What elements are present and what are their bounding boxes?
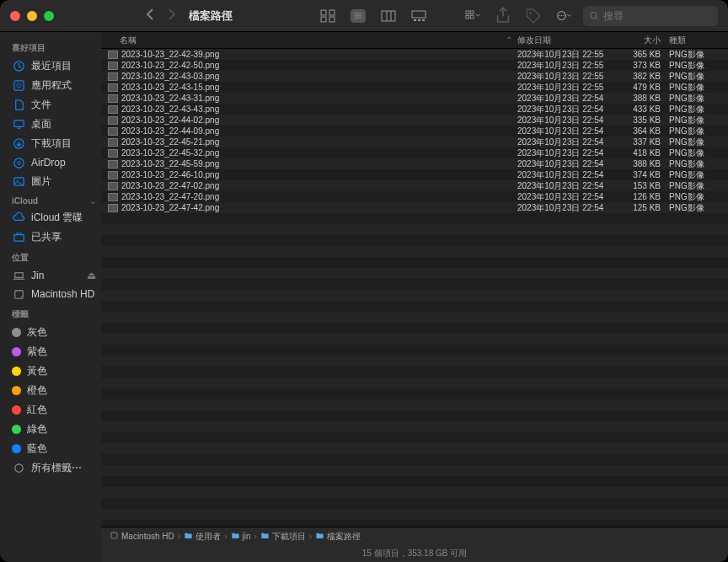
sidebar-item[interactable]: 黃色 bbox=[7, 361, 101, 381]
search-input[interactable] bbox=[603, 10, 711, 22]
minimize-button[interactable] bbox=[27, 11, 37, 21]
view-list-button[interactable] bbox=[351, 9, 366, 23]
file-list[interactable]: 2023-10-23_22-42-39.png2023年10月23日 22:55… bbox=[101, 49, 728, 527]
svg-point-18 bbox=[530, 12, 532, 13]
file-date: 2023年10月23日 22:55 bbox=[517, 60, 618, 72]
chevron-down-icon[interactable]: ⌄ bbox=[89, 196, 96, 206]
col-header-kind[interactable]: 種類 bbox=[669, 32, 728, 48]
sidebar-item[interactable]: 紫色 bbox=[7, 342, 101, 361]
file-row[interactable]: 2023-10-23_22-44-02.png2023年10月23日 22:54… bbox=[101, 115, 728, 126]
column-headers: 名稱⌃ 修改日期 大小 種類 bbox=[101, 32, 728, 49]
file-name: 2023-10-23_22-45-32.png bbox=[121, 148, 219, 158]
maximize-button[interactable] bbox=[44, 11, 54, 21]
empty-row bbox=[101, 290, 728, 301]
svg-rect-17 bbox=[470, 16, 474, 19]
sidebar-item[interactable]: Macintosh HD bbox=[7, 285, 101, 303]
sidebar-item[interactable]: 圖片 bbox=[7, 172, 101, 191]
path-segment[interactable]: jin bbox=[231, 531, 251, 542]
file-row[interactable]: 2023-10-23_22-47-20.png2023年10月23日 22:54… bbox=[101, 191, 728, 202]
file-size: 388 KB bbox=[618, 94, 669, 103]
folder-icon bbox=[231, 531, 240, 542]
sidebar-item[interactable]: 桌面 bbox=[7, 115, 101, 134]
file-kind: PNG影像 bbox=[669, 71, 728, 83]
nav-forward-button[interactable] bbox=[167, 8, 177, 24]
sidebar-item[interactable]: 已共享 bbox=[7, 227, 101, 247]
file-row[interactable]: 2023-10-23_22-45-59.png2023年10月23日 22:54… bbox=[101, 158, 728, 169]
svg-point-38 bbox=[14, 464, 22, 472]
sidebar-item[interactable]: 文件 bbox=[7, 95, 101, 115]
path-segment[interactable]: 下載項目 bbox=[260, 531, 306, 543]
file-icon bbox=[108, 171, 118, 179]
path-bar: Macintosh HD›使用者›jin›下載項目›檔案路徑 bbox=[101, 527, 728, 545]
file-row[interactable]: 2023-10-23_22-43-15.png2023年10月23日 22:55… bbox=[101, 82, 728, 93]
col-header-date[interactable]: 修改日期 bbox=[517, 32, 618, 48]
view-icons-button[interactable] bbox=[320, 9, 335, 23]
sidebar-item[interactable]: 最近項目 bbox=[7, 56, 101, 76]
empty-row bbox=[101, 235, 728, 246]
group-by-button[interactable] bbox=[465, 9, 480, 23]
view-columns-button[interactable] bbox=[381, 9, 396, 23]
nav-back-button[interactable] bbox=[145, 8, 155, 24]
file-row[interactable]: 2023-10-23_22-47-42.png2023年10月23日 22:54… bbox=[101, 202, 728, 213]
empty-row bbox=[101, 224, 728, 235]
close-button[interactable] bbox=[10, 11, 20, 21]
airdrop-icon bbox=[12, 156, 25, 169]
sidebar-item[interactable]: 所有標籤⋯ bbox=[7, 458, 101, 478]
sidebar-item[interactable]: Jin⏏ bbox=[7, 266, 101, 285]
svg-rect-12 bbox=[418, 19, 420, 21]
col-header-size[interactable]: 大小 bbox=[618, 32, 669, 48]
file-date: 2023年10月23日 22:55 bbox=[517, 49, 618, 61]
view-gallery-button[interactable] bbox=[411, 9, 426, 23]
file-row[interactable]: 2023-10-23_22-42-39.png2023年10月23日 22:55… bbox=[101, 49, 728, 60]
doc-icon bbox=[12, 99, 25, 112]
sidebar-item[interactable]: 應用程式 bbox=[7, 76, 101, 95]
file-row[interactable]: 2023-10-23_22-47-02.png2023年10月23日 22:54… bbox=[101, 180, 728, 191]
file-row[interactable]: 2023-10-23_22-43-43.png2023年10月23日 22:54… bbox=[101, 104, 728, 115]
sidebar-item[interactable]: 橙色 bbox=[7, 381, 101, 400]
sidebar-item[interactable]: 綠色 bbox=[7, 420, 101, 439]
hdd-icon bbox=[12, 287, 25, 301]
file-kind: PNG影像 bbox=[669, 202, 728, 214]
file-row[interactable]: 2023-10-23_22-46-10.png2023年10月23日 22:54… bbox=[101, 169, 728, 180]
sidebar-item[interactable]: 紅色 bbox=[7, 400, 101, 420]
cloud-icon bbox=[12, 211, 25, 225]
finder-window: 檔案路徑 喜好項目最近項目應用程式文件桌面下載項目AirDrop圖片iCloud… bbox=[0, 0, 728, 562]
file-row[interactable]: 2023-10-23_22-43-03.png2023年10月23日 22:55… bbox=[101, 71, 728, 82]
empty-row bbox=[101, 334, 728, 345]
file-row[interactable]: 2023-10-23_22-44-09.png2023年10月23日 22:54… bbox=[101, 126, 728, 136]
path-segment[interactable]: 檔案路徑 bbox=[315, 531, 361, 543]
path-segment[interactable]: 使用者 bbox=[184, 531, 221, 543]
sidebar-item[interactable]: AirDrop bbox=[7, 153, 101, 172]
file-row[interactable]: 2023-10-23_22-42-50.png2023年10月23日 22:55… bbox=[101, 60, 728, 71]
path-segment[interactable]: Macintosh HD bbox=[110, 531, 174, 542]
action-button[interactable] bbox=[556, 9, 571, 23]
col-header-name[interactable]: 名稱⌃ bbox=[101, 32, 517, 48]
file-date: 2023年10月23日 22:54 bbox=[517, 126, 618, 137]
sidebar-item[interactable]: 藍色 bbox=[7, 439, 101, 458]
file-size: 365 KB bbox=[618, 50, 669, 59]
file-icon bbox=[108, 193, 118, 201]
sidebar-item-label: 下載項目 bbox=[31, 136, 72, 151]
share-button[interactable] bbox=[495, 9, 511, 23]
tag-dot-icon bbox=[12, 405, 21, 415]
tag-dot-icon bbox=[12, 425, 21, 434]
file-size: 373 KB bbox=[618, 61, 669, 70]
file-icon bbox=[108, 138, 118, 147]
search-field[interactable] bbox=[583, 6, 718, 26]
eject-icon[interactable]: ⏏ bbox=[87, 270, 96, 281]
sidebar-item[interactable]: 灰色 bbox=[7, 323, 101, 342]
tag-dot-icon bbox=[12, 328, 21, 337]
empty-row bbox=[101, 377, 728, 388]
file-icon bbox=[108, 72, 118, 81]
svg-rect-3 bbox=[329, 17, 335, 22]
tag-button[interactable] bbox=[526, 9, 541, 23]
file-row[interactable]: 2023-10-23_22-45-32.png2023年10月23日 22:54… bbox=[101, 147, 728, 158]
file-row[interactable]: 2023-10-23_22-43-31.png2023年10月23日 22:54… bbox=[101, 93, 728, 104]
file-kind: PNG影像 bbox=[669, 158, 728, 170]
sidebar-item[interactable]: iCloud 雲碟 bbox=[7, 208, 101, 227]
sidebar-item[interactable]: 下載項目 bbox=[7, 134, 101, 153]
file-date: 2023年10月23日 22:54 bbox=[517, 169, 618, 181]
file-row[interactable]: 2023-10-23_22-45-21.png2023年10月23日 22:54… bbox=[101, 136, 728, 147]
file-name: 2023-10-23_22-43-15.png bbox=[121, 83, 219, 92]
empty-row bbox=[101, 443, 728, 454]
